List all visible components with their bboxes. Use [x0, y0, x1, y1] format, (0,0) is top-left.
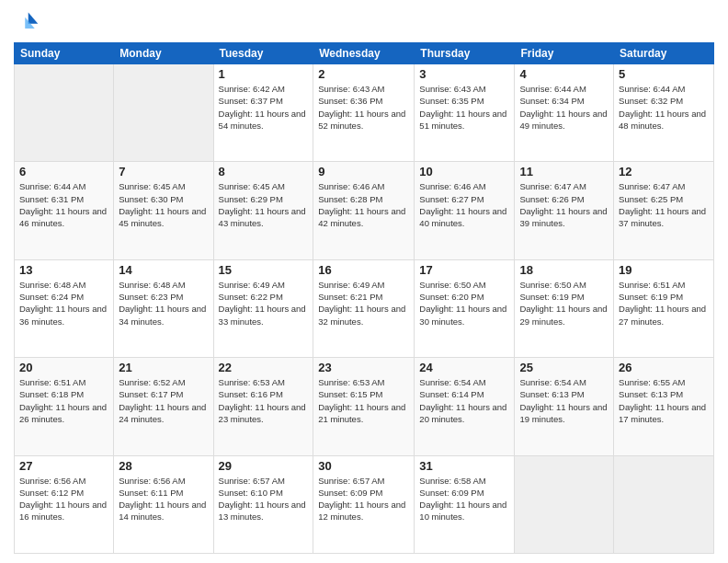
calendar-cell: 11 Sunrise: 6:47 AMSunset: 6:26 PMDaylig… — [515, 162, 614, 259]
day-info: Sunrise: 6:50 AMSunset: 6:19 PMDaylight:… — [519, 279, 609, 327]
calendar-cell: 30 Sunrise: 6:57 AMSunset: 6:09 PMDaylig… — [313, 455, 415, 553]
weekday-header: Thursday — [415, 43, 515, 64]
day-info: Sunrise: 6:57 AMSunset: 6:09 PMDaylight:… — [318, 475, 409, 523]
calendar-cell: 31 Sunrise: 6:58 AMSunset: 6:09 PMDaylig… — [415, 455, 515, 553]
day-info: Sunrise: 6:53 AMSunset: 6:15 PMDaylight:… — [318, 376, 409, 425]
day-number: 7 — [119, 165, 208, 178]
day-number: 27 — [19, 459, 108, 473]
day-number: 8 — [219, 165, 309, 178]
day-info: Sunrise: 6:58 AMSunset: 6:09 PMDaylight:… — [419, 475, 509, 523]
header — [14, 9, 714, 35]
day-number: 28 — [119, 459, 208, 473]
day-number: 25 — [519, 361, 609, 374]
day-info: Sunrise: 6:46 AMSunset: 6:27 PMDaylight:… — [419, 180, 509, 229]
day-number: 26 — [619, 361, 709, 374]
weekday-header: Monday — [114, 43, 213, 64]
day-info: Sunrise: 6:51 AMSunset: 6:18 PMDaylight:… — [19, 376, 108, 425]
day-info: Sunrise: 6:50 AMSunset: 6:20 PMDaylight:… — [419, 279, 509, 327]
calendar-cell: 18 Sunrise: 6:50 AMSunset: 6:19 PMDaylig… — [515, 259, 614, 357]
day-number: 14 — [119, 263, 208, 277]
calendar-cell: 8 Sunrise: 6:45 AMSunset: 6:29 PMDayligh… — [213, 162, 313, 259]
day-number: 21 — [119, 361, 208, 374]
day-info: Sunrise: 6:48 AMSunset: 6:24 PMDaylight:… — [19, 279, 108, 327]
calendar-week-row: 20 Sunrise: 6:51 AMSunset: 6:18 PMDaylig… — [15, 358, 714, 455]
day-info: Sunrise: 6:47 AMSunset: 6:26 PMDaylight:… — [519, 180, 609, 229]
day-number: 22 — [219, 361, 309, 374]
calendar-cell: 22 Sunrise: 6:53 AMSunset: 6:16 PMDaylig… — [213, 358, 313, 455]
day-number: 24 — [419, 361, 509, 374]
day-info: Sunrise: 6:51 AMSunset: 6:19 PMDaylight:… — [619, 279, 709, 327]
calendar-cell: 1 Sunrise: 6:42 AMSunset: 6:37 PMDayligh… — [213, 64, 313, 162]
calendar-cell: 23 Sunrise: 6:53 AMSunset: 6:15 PMDaylig… — [313, 358, 415, 455]
page: SundayMondayTuesdayWednesdayThursdayFrid… — [0, 0, 728, 563]
day-info: Sunrise: 6:43 AMSunset: 6:35 PMDaylight:… — [419, 83, 509, 132]
day-number: 5 — [619, 67, 709, 81]
day-number: 17 — [419, 263, 509, 277]
day-number: 30 — [318, 459, 409, 473]
calendar-cell: 14 Sunrise: 6:48 AMSunset: 6:23 PMDaylig… — [114, 259, 213, 357]
calendar-cell: 16 Sunrise: 6:49 AMSunset: 6:21 PMDaylig… — [313, 259, 415, 357]
calendar-cell — [614, 455, 714, 553]
logo — [14, 9, 43, 35]
calendar-cell: 24 Sunrise: 6:54 AMSunset: 6:14 PMDaylig… — [415, 358, 515, 455]
calendar-cell: 10 Sunrise: 6:46 AMSunset: 6:27 PMDaylig… — [415, 162, 515, 259]
weekday-header: Saturday — [614, 43, 714, 64]
weekday-header: Wednesday — [313, 43, 415, 64]
day-number: 20 — [19, 361, 108, 374]
svg-marker-0 — [28, 13, 39, 24]
day-number: 12 — [619, 165, 709, 178]
calendar-cell: 12 Sunrise: 6:47 AMSunset: 6:25 PMDaylig… — [614, 162, 714, 259]
day-number: 29 — [219, 459, 309, 473]
weekday-header: Friday — [515, 43, 614, 64]
calendar-cell: 20 Sunrise: 6:51 AMSunset: 6:18 PMDaylig… — [15, 358, 114, 455]
day-number: 4 — [519, 67, 609, 81]
calendar-cell: 21 Sunrise: 6:52 AMSunset: 6:17 PMDaylig… — [114, 358, 213, 455]
calendar-cell: 17 Sunrise: 6:50 AMSunset: 6:20 PMDaylig… — [415, 259, 515, 357]
day-info: Sunrise: 6:43 AMSunset: 6:36 PMDaylight:… — [318, 83, 409, 132]
day-number: 19 — [619, 263, 709, 277]
day-info: Sunrise: 6:54 AMSunset: 6:13 PMDaylight:… — [519, 376, 609, 425]
calendar-week-row: 1 Sunrise: 6:42 AMSunset: 6:37 PMDayligh… — [15, 64, 714, 162]
day-info: Sunrise: 6:48 AMSunset: 6:23 PMDaylight:… — [119, 279, 208, 327]
day-number: 9 — [318, 165, 409, 178]
calendar-cell — [114, 64, 213, 162]
calendar-cell: 7 Sunrise: 6:45 AMSunset: 6:30 PMDayligh… — [114, 162, 213, 259]
day-number: 10 — [419, 165, 509, 178]
calendar-cell: 4 Sunrise: 6:44 AMSunset: 6:34 PMDayligh… — [515, 64, 614, 162]
day-info: Sunrise: 6:56 AMSunset: 6:11 PMDaylight:… — [119, 475, 208, 523]
calendar-cell — [15, 64, 114, 162]
day-info: Sunrise: 6:49 AMSunset: 6:21 PMDaylight:… — [318, 279, 409, 327]
day-info: Sunrise: 6:53 AMSunset: 6:16 PMDaylight:… — [219, 376, 309, 425]
calendar-cell: 19 Sunrise: 6:51 AMSunset: 6:19 PMDaylig… — [614, 259, 714, 357]
calendar-cell: 3 Sunrise: 6:43 AMSunset: 6:35 PMDayligh… — [415, 64, 515, 162]
day-info: Sunrise: 6:45 AMSunset: 6:30 PMDaylight:… — [119, 180, 208, 229]
day-number: 13 — [19, 263, 108, 277]
weekday-header: Tuesday — [213, 43, 313, 64]
day-number: 2 — [318, 67, 409, 81]
calendar-week-row: 13 Sunrise: 6:48 AMSunset: 6:24 PMDaylig… — [15, 259, 714, 357]
calendar-week-row: 27 Sunrise: 6:56 AMSunset: 6:12 PMDaylig… — [15, 455, 714, 553]
calendar-cell: 26 Sunrise: 6:55 AMSunset: 6:13 PMDaylig… — [614, 358, 714, 455]
day-info: Sunrise: 6:44 AMSunset: 6:32 PMDaylight:… — [619, 83, 709, 132]
day-number: 3 — [419, 67, 509, 81]
day-info: Sunrise: 6:45 AMSunset: 6:29 PMDaylight:… — [219, 180, 309, 229]
day-info: Sunrise: 6:56 AMSunset: 6:12 PMDaylight:… — [19, 475, 108, 523]
day-info: Sunrise: 6:46 AMSunset: 6:28 PMDaylight:… — [318, 180, 409, 229]
calendar-cell: 2 Sunrise: 6:43 AMSunset: 6:36 PMDayligh… — [313, 64, 415, 162]
calendar-cell: 9 Sunrise: 6:46 AMSunset: 6:28 PMDayligh… — [313, 162, 415, 259]
calendar-week-row: 6 Sunrise: 6:44 AMSunset: 6:31 PMDayligh… — [15, 162, 714, 259]
logo-icon — [14, 9, 40, 35]
calendar-cell: 29 Sunrise: 6:57 AMSunset: 6:10 PMDaylig… — [213, 455, 313, 553]
day-number: 6 — [19, 165, 108, 178]
day-info: Sunrise: 6:44 AMSunset: 6:34 PMDaylight:… — [519, 83, 609, 132]
calendar-cell — [515, 455, 614, 553]
calendar-cell: 5 Sunrise: 6:44 AMSunset: 6:32 PMDayligh… — [614, 64, 714, 162]
day-info: Sunrise: 6:54 AMSunset: 6:14 PMDaylight:… — [419, 376, 509, 425]
calendar-header-row: SundayMondayTuesdayWednesdayThursdayFrid… — [15, 43, 714, 64]
weekday-header: Sunday — [15, 43, 114, 64]
day-number: 15 — [219, 263, 309, 277]
day-number: 31 — [419, 459, 509, 473]
calendar-cell: 27 Sunrise: 6:56 AMSunset: 6:12 PMDaylig… — [15, 455, 114, 553]
day-number: 18 — [519, 263, 609, 277]
day-number: 23 — [318, 361, 409, 374]
